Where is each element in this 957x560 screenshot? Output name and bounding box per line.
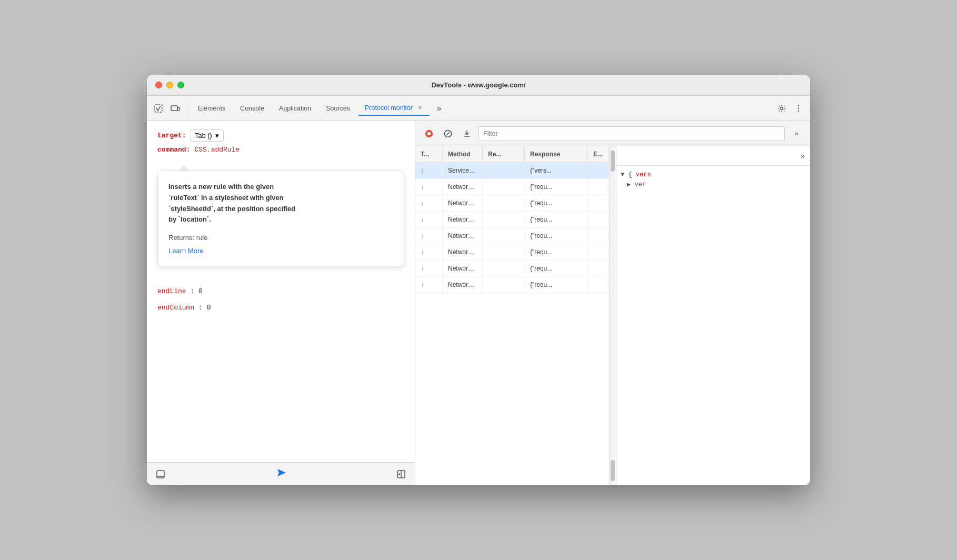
menu-icon[interactable] (791, 101, 806, 116)
svg-point-6 (798, 110, 799, 111)
more-columns-icon[interactable]: » (789, 126, 804, 141)
settings-icon[interactable] (774, 101, 789, 116)
row-type-3: ↓ (415, 212, 443, 227)
devtools-window: DevTools - www.google.com/ Elements Cons… (147, 75, 810, 485)
row-response-7: {"requ... (525, 277, 588, 293)
stop-recording-icon[interactable] (422, 126, 436, 141)
target-row: target: Tab () ▾ (157, 129, 404, 142)
table-row[interactable]: ↓ Network.re... {"requ... (415, 261, 609, 277)
table-scrollbar[interactable] (610, 146, 616, 485)
col-header-error: E... (588, 146, 609, 162)
more-tabs-icon[interactable]: » (432, 101, 446, 116)
expand-icon[interactable]: ▶ (627, 181, 631, 188)
right-content: T... Method Re... Response E... ↓ Servic… (415, 146, 810, 485)
minimize-button[interactable] (166, 82, 173, 88)
fullscreen-button[interactable] (177, 82, 184, 88)
row-error-5 (588, 248, 609, 256)
endline-val: 0 (198, 287, 203, 295)
svg-rect-0 (155, 105, 162, 112)
row-request-6 (483, 264, 525, 273)
download-icon[interactable] (460, 126, 474, 141)
bottom-right (394, 467, 408, 482)
row-response-2: {"requ... (525, 195, 588, 211)
detail-header: » (616, 146, 810, 166)
row-response-4: {"requ... (525, 228, 588, 244)
table-row[interactable]: ↓ Network.re... {"requ... (415, 277, 609, 293)
tab-protocol-monitor-label: Protocol monitor (365, 104, 413, 112)
responsive-icon[interactable] (168, 101, 183, 116)
row-method-5: Network.lo... (443, 244, 483, 260)
inspect-icon[interactable] (151, 101, 166, 116)
filter-input[interactable] (478, 126, 785, 141)
table-row[interactable]: ↓ Network.re... {"requ... (415, 212, 609, 228)
table-row[interactable]: ↓ Network.re... {"requ... (415, 195, 609, 212)
tab-console[interactable]: Console (234, 102, 271, 115)
expand-detail-icon[interactable]: » (801, 152, 805, 160)
main-content: target: Tab () ▾ command: CSS.addRule (147, 121, 810, 485)
row-request-0 (483, 166, 525, 175)
row-response-5: {"requ... (525, 244, 588, 260)
tab-separator (187, 102, 187, 115)
bottom-bar (147, 462, 415, 485)
left-panel: target: Tab () ▾ command: CSS.addRule (147, 121, 415, 485)
tab-sources[interactable]: Sources (320, 102, 356, 115)
right-toolbar: » (415, 121, 810, 146)
tab-elements[interactable]: Elements (192, 102, 232, 115)
detail-panel: » ▼ { vers ▶ ver (616, 146, 810, 485)
row-request-5 (483, 248, 525, 256)
row-type-2: ↓ (415, 195, 443, 211)
tooltip-arrow-inner (179, 161, 188, 165)
row-method-0: ServiceWo... (443, 163, 483, 178)
detail-content: ▼ { vers ▶ ver (616, 166, 810, 194)
send-button[interactable] (275, 467, 287, 481)
json-line2: ▶ ver (621, 180, 806, 190)
command-value: CSS.addRule (194, 146, 240, 154)
endline-prop: endLine (157, 287, 186, 295)
target-label: target: (157, 132, 186, 139)
row-response-6: {"requ... (525, 261, 588, 276)
row-method-6: Network.re... (443, 261, 483, 276)
table-row[interactable]: ↓ ServiceWo... {"vers... (415, 163, 609, 179)
collapse-icon[interactable]: ▼ (621, 171, 624, 178)
row-error-0 (588, 166, 609, 175)
close-button[interactable] (155, 82, 162, 88)
svg-rect-2 (177, 107, 180, 111)
clear-icon[interactable] (441, 126, 455, 141)
tab-application[interactable]: Application (273, 102, 317, 115)
svg-line-16 (446, 132, 450, 135)
row-type-6: ↓ (415, 261, 443, 276)
learn-more-link[interactable]: Learn More (168, 247, 203, 255)
svg-point-5 (798, 107, 799, 108)
tab-protocol-monitor[interactable]: Protocol monitor ✕ (358, 101, 430, 116)
table-row[interactable]: ↓ Network.re... {"requ... (415, 179, 609, 195)
table-body: ↓ ServiceWo... {"vers... ↓ Network.re...… (415, 163, 609, 293)
row-request-4 (483, 232, 525, 240)
split-icon[interactable] (394, 467, 408, 482)
titlebar: DevTools - www.google.com/ (147, 75, 810, 96)
col-header-request: Re... (483, 146, 525, 162)
tab-close-icon[interactable]: ✕ (416, 104, 423, 112)
row-error-4 (588, 232, 609, 240)
row-request-3 (483, 215, 525, 224)
svg-rect-1 (171, 106, 177, 111)
row-error-7 (588, 281, 609, 289)
target-dropdown[interactable]: Tab () ▾ (191, 129, 224, 142)
tooltip-container: Inserts a new rule with the given `ruleT… (157, 171, 404, 266)
table-row[interactable]: ↓ Network.re... {"requ... (415, 228, 609, 244)
drawer-icon[interactable] (153, 467, 168, 482)
table-row[interactable]: ↓ Network.lo... {"requ... (415, 244, 609, 261)
bottom-center (172, 467, 390, 481)
row-request-1 (483, 183, 525, 191)
code-lines: endLine : 0 endColumn : 0 (147, 277, 415, 331)
code-line-endline: endLine : 0 (157, 287, 404, 295)
row-error-3 (588, 215, 609, 224)
row-type-5: ↓ (415, 244, 443, 260)
row-method-2: Network.re... (443, 195, 483, 211)
tooltip-text: Inserts a new rule with the given `ruleT… (168, 182, 393, 225)
col-header-response: Response (525, 146, 588, 162)
endcolumn-val: 0 (207, 304, 211, 312)
command-label: command: (157, 146, 190, 154)
row-request-7 (483, 281, 525, 289)
target-value: Tab () (195, 132, 212, 139)
row-response-1: {"requ... (525, 179, 588, 195)
